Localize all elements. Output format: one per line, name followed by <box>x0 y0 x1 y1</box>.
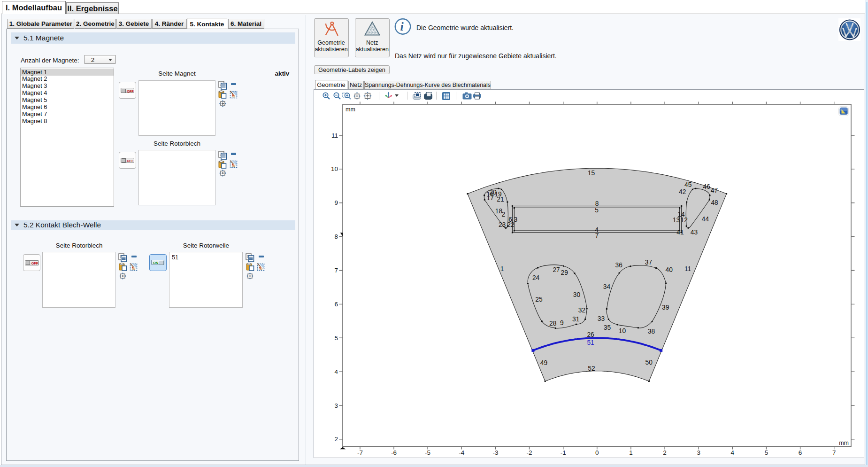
svg-text:28: 28 <box>549 320 557 327</box>
svg-text:-1: -1 <box>561 449 566 456</box>
svg-text:51: 51 <box>587 339 594 346</box>
svg-text:44: 44 <box>702 216 709 223</box>
svg-text:36: 36 <box>615 262 623 269</box>
svg-text:32: 32 <box>578 307 585 314</box>
svg-text:17: 17 <box>487 195 494 202</box>
svg-text:39: 39 <box>662 304 669 311</box>
svg-text:-3: -3 <box>492 449 498 456</box>
svg-text:-5: -5 <box>425 449 430 456</box>
svg-text:4: 4 <box>334 368 338 375</box>
svg-text:1: 1 <box>629 449 633 456</box>
svg-text:26: 26 <box>587 331 594 338</box>
svg-text:34: 34 <box>603 283 611 290</box>
svg-text:mm: mm <box>839 440 849 446</box>
svg-text:15: 15 <box>588 170 595 177</box>
svg-text:9: 9 <box>334 199 338 206</box>
svg-text:8: 8 <box>334 233 338 240</box>
svg-text:27: 27 <box>553 266 560 273</box>
svg-text:31: 31 <box>572 316 579 323</box>
svg-text:25: 25 <box>535 296 543 303</box>
svg-text:38: 38 <box>648 328 655 335</box>
svg-text:13: 13 <box>673 217 680 224</box>
svg-text:mm: mm <box>346 106 355 113</box>
svg-text:52: 52 <box>588 365 595 372</box>
svg-text:47: 47 <box>711 187 718 194</box>
svg-text:21: 21 <box>497 196 504 203</box>
svg-text:i: i <box>400 20 404 33</box>
svg-text:50: 50 <box>645 359 653 366</box>
svg-text:2: 2 <box>334 436 338 443</box>
svg-text:30: 30 <box>573 291 581 298</box>
svg-text:37: 37 <box>645 259 652 266</box>
svg-text:0: 0 <box>595 449 599 456</box>
svg-text:22: 22 <box>507 221 514 228</box>
svg-text:23: 23 <box>499 221 506 228</box>
svg-text:3: 3 <box>334 402 338 409</box>
svg-text:-6: -6 <box>391 449 397 456</box>
svg-text:41: 41 <box>676 229 684 236</box>
svg-text:6: 6 <box>334 301 338 308</box>
svg-text:9: 9 <box>560 319 564 327</box>
svg-text:3: 3 <box>514 216 518 223</box>
svg-text:7: 7 <box>595 232 599 239</box>
svg-text:43: 43 <box>691 229 698 236</box>
svg-text:6: 6 <box>799 449 802 456</box>
svg-text:8: 8 <box>595 200 599 207</box>
svg-text:2: 2 <box>502 211 506 218</box>
svg-text:7: 7 <box>334 267 338 274</box>
svg-text:46: 46 <box>703 183 711 190</box>
svg-text:29: 29 <box>561 269 568 276</box>
svg-text:-2: -2 <box>526 449 532 456</box>
svg-text:2: 2 <box>663 449 667 456</box>
svg-text:12: 12 <box>681 217 688 224</box>
svg-text:-7: -7 <box>357 449 363 456</box>
svg-text:5: 5 <box>334 335 338 342</box>
svg-text:-4: -4 <box>459 449 464 456</box>
svg-text:48: 48 <box>711 199 718 206</box>
svg-text:3: 3 <box>697 449 700 456</box>
svg-text:11: 11 <box>331 132 338 139</box>
svg-text:33: 33 <box>598 315 605 322</box>
svg-text:40: 40 <box>666 266 673 273</box>
svg-text:7: 7 <box>832 449 836 456</box>
svg-text:5: 5 <box>595 207 599 214</box>
svg-text:5: 5 <box>765 449 768 456</box>
svg-text:10: 10 <box>331 165 338 172</box>
svg-text:35: 35 <box>604 324 611 331</box>
svg-text:45: 45 <box>684 181 692 188</box>
svg-text:10: 10 <box>619 327 626 335</box>
svg-text:49: 49 <box>540 359 548 366</box>
svg-text:24: 24 <box>532 274 540 281</box>
svg-text:11: 11 <box>684 265 691 272</box>
svg-text:1: 1 <box>500 265 504 272</box>
svg-text:42: 42 <box>679 188 686 195</box>
svg-text:4: 4 <box>731 449 735 456</box>
